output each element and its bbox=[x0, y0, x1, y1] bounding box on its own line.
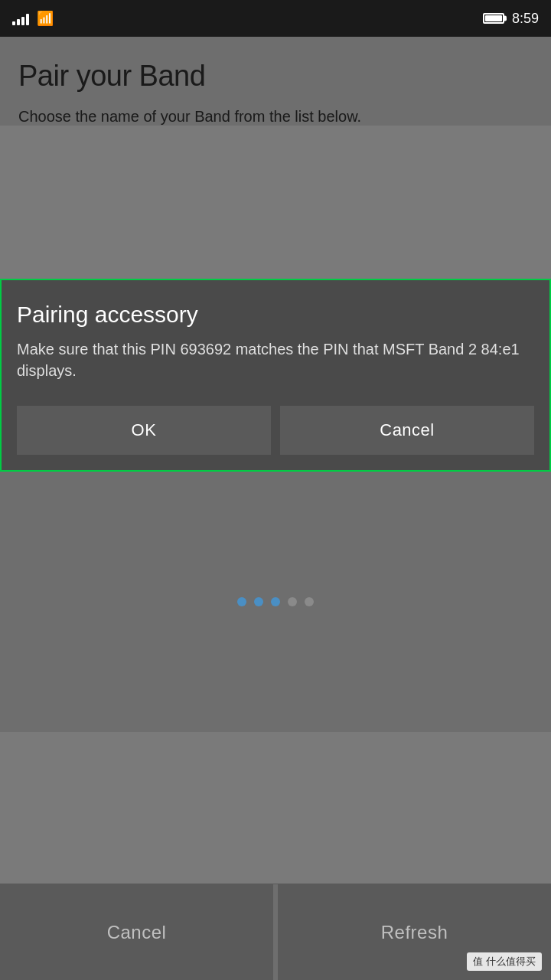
watermark: 值 什么值得买 bbox=[467, 952, 542, 971]
status-right: 8:59 bbox=[483, 11, 539, 27]
battery-icon bbox=[483, 13, 504, 24]
dot-1 bbox=[237, 597, 246, 606]
signal-bar-3 bbox=[21, 17, 24, 25]
wifi-icon: 📶 bbox=[37, 10, 54, 27]
loading-dots bbox=[237, 597, 314, 606]
signal-bars-icon bbox=[12, 11, 29, 25]
dialog-buttons: OK Cancel bbox=[17, 406, 534, 455]
dot-2 bbox=[254, 597, 263, 606]
signal-bar-2 bbox=[17, 19, 20, 25]
dialog-message: Make sure that this PIN 693692 matches t… bbox=[17, 338, 534, 381]
page-title: Pair your Band bbox=[18, 60, 533, 93]
page-subtitle: Choose the name of your Band from the li… bbox=[18, 108, 533, 126]
dialog-wrapper: Pairing accessory Make sure that this PI… bbox=[0, 279, 551, 472]
dialog-ok-button[interactable]: OK bbox=[17, 406, 271, 455]
cancel-button[interactable]: Cancel bbox=[0, 884, 273, 980]
status-left: 📶 bbox=[12, 10, 54, 27]
status-time: 8:59 bbox=[512, 11, 539, 27]
dot-5 bbox=[305, 597, 314, 606]
pairing-dialog: Pairing accessory Make sure that this PI… bbox=[0, 279, 551, 472]
signal-bar-4 bbox=[26, 14, 29, 25]
dialog-title: Pairing accessory bbox=[17, 302, 534, 328]
signal-bar-1 bbox=[12, 21, 15, 25]
below-dialog-area bbox=[0, 472, 551, 732]
status-bar: 📶 8:59 bbox=[0, 0, 551, 37]
page-content: Pair your Band Choose the name of your B… bbox=[0, 37, 551, 126]
dot-4 bbox=[288, 597, 297, 606]
dialog-cancel-button[interactable]: Cancel bbox=[280, 406, 534, 455]
dot-3 bbox=[271, 597, 280, 606]
